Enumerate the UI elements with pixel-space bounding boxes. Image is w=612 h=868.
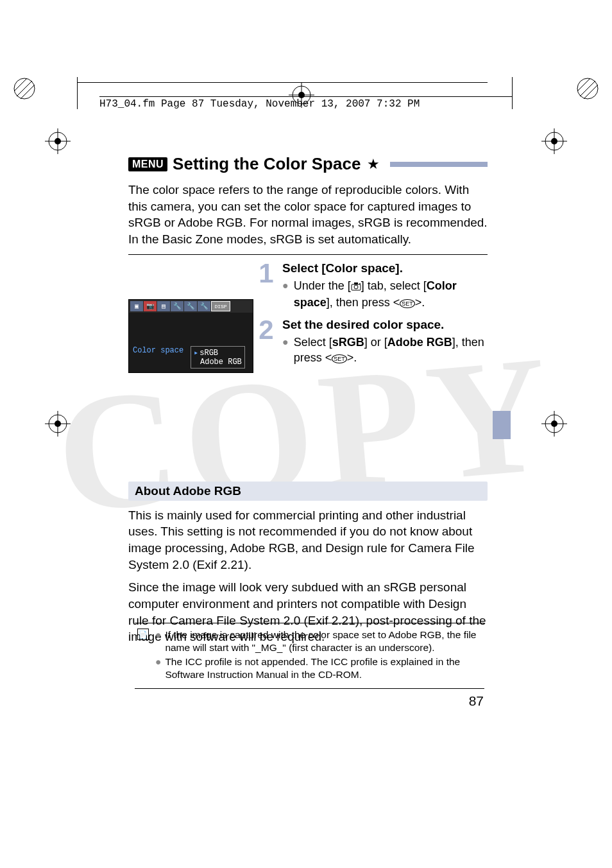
registration-mark	[541, 411, 567, 437]
step-number: 2	[257, 318, 276, 366]
svg-point-49	[354, 285, 358, 289]
hatch-circle-icon	[13, 77, 36, 100]
hatch-circle-icon	[576, 77, 599, 100]
menu-badge: MENU	[128, 157, 167, 171]
chapter-side-tab	[493, 411, 511, 439]
note-item: ● The ICC profile is not appended. The I…	[155, 655, 480, 681]
svg-line-39	[584, 85, 598, 99]
step-text: Select [sRGB] or [Adobe RGB], then press…	[294, 334, 488, 366]
step-2: 2 Set the desired color space. ● Select …	[257, 318, 488, 366]
step-title: Set the desired color space.	[282, 318, 488, 332]
registration-mark	[541, 128, 567, 154]
subheading-about: About Adobe RGB	[128, 482, 488, 501]
step-title: Select [Color space].	[282, 261, 488, 275]
camera-menu-screenshot: ▣ 📷 ▤ 🔧 🔧 🔧 DISP Color space sRGB Adobe …	[128, 299, 253, 373]
page-header-running: H73_04.fm Page 87 Tuesday, November 13, …	[99, 96, 513, 110]
bullet-icon: ●	[282, 334, 289, 366]
menu-options: sRGB Adobe RGB	[191, 346, 245, 369]
svg-line-33	[17, 81, 32, 96]
intro-paragraph: The color space refers to the range of r…	[128, 182, 488, 248]
divider	[128, 254, 488, 255]
bullet-icon: ●	[155, 655, 161, 681]
registration-mark	[45, 128, 71, 154]
crop-line	[77, 82, 488, 83]
notes-box: 📄 ● If the image is captured with the co…	[135, 623, 484, 689]
registration-mark	[45, 411, 71, 437]
star-icon: ★	[367, 156, 380, 173]
svg-line-38	[577, 78, 590, 91]
menu-option-adobergb: Adobe RGB	[194, 358, 242, 367]
menu-tab-wrench-icon: 🔧	[171, 301, 183, 311]
menu-tab-icon: ▤	[157, 301, 170, 311]
title-accent-bar	[390, 162, 488, 167]
note-text: The ICC profile is not appended. The ICC…	[165, 655, 480, 681]
menu-tab-icon: ▣	[130, 301, 143, 311]
crop-line	[77, 77, 78, 109]
set-button-icon: SET	[332, 354, 347, 363]
note-icon: 📄	[137, 629, 149, 640]
menu-tab-wrench2-icon: 🔧	[184, 301, 197, 311]
note-text: If the image is captured with the color …	[165, 629, 480, 654]
svg-line-37	[580, 81, 595, 96]
svg-point-51	[359, 283, 361, 284]
menu-option-srgb: sRGB	[194, 348, 242, 358]
bullet-icon: ●	[282, 278, 289, 311]
page-title-row: MENU Setting the Color Space ★	[128, 154, 488, 174]
step-text: Under the [] tab, select [Color space], …	[294, 278, 488, 311]
menu-tab-disp: DISP	[211, 301, 230, 311]
menu-tab-wrench3-icon: 🔧	[198, 301, 210, 311]
svg-line-35	[21, 85, 35, 99]
svg-rect-50	[354, 282, 358, 284]
note-item: ● If the image is captured with the colo…	[155, 629, 480, 654]
menu-item-label: Color space	[133, 346, 191, 355]
step-1: 1 Select [Color space]. ● Under the [] t…	[257, 261, 488, 311]
menu-tab-camera2-icon: 📷	[144, 301, 157, 311]
camera-tab-icon	[351, 279, 361, 295]
page-title: Setting the Color Space	[173, 154, 361, 174]
menu-tabs: ▣ 📷 ▤ 🔧 🔧 🔧 DISP	[129, 300, 253, 313]
about-paragraph-1: This is mainly used for commercial print…	[128, 507, 488, 573]
svg-line-34	[14, 78, 27, 91]
page-number: 87	[469, 693, 484, 709]
step-number: 1	[257, 261, 276, 311]
bullet-icon: ●	[155, 629, 161, 654]
set-button-icon: SET	[400, 299, 415, 308]
